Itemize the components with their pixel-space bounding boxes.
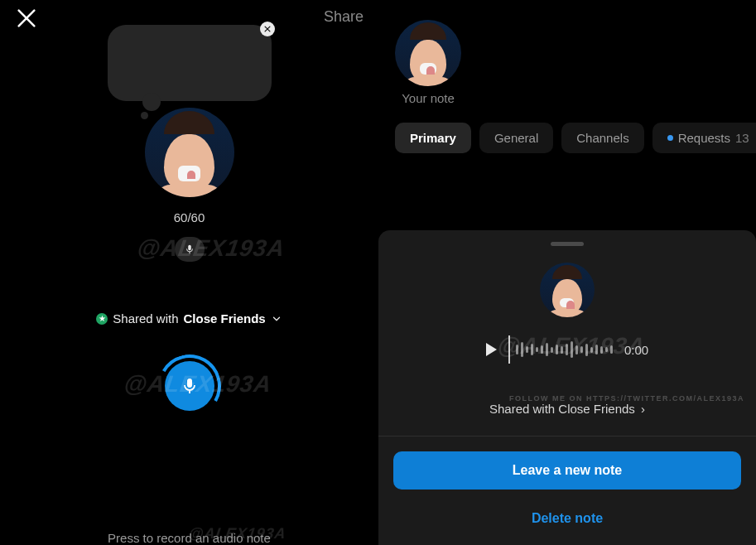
clear-note-icon[interactable]	[260, 22, 275, 36]
note-detail-sheet: @ALEX193A 0:00 FOLLOW ME ON HTTPS://TWIT…	[378, 230, 756, 545]
tab-channels[interactable]: Channels	[561, 123, 643, 153]
sheet-grabber[interactable]	[551, 242, 584, 246]
shared-audience: Close Friends	[184, 311, 266, 326]
inbox-tabs: Primary General Channels Requests 13	[395, 123, 756, 153]
close-icon[interactable]	[15, 7, 38, 30]
avatar	[540, 263, 595, 317]
tab-requests[interactable]: Requests 13	[652, 123, 756, 153]
tab-count: 13	[735, 131, 749, 145]
play-icon[interactable]	[486, 343, 497, 356]
compose-note-screen: Share 60/60	[0, 0, 378, 545]
tab-label: General	[494, 131, 538, 145]
tab-primary[interactable]: Primary	[395, 123, 471, 153]
unread-dot-icon	[667, 135, 673, 141]
svg-rect-4	[188, 245, 191, 250]
avatar	[145, 108, 234, 197]
shared-with-row[interactable]: Shared with Close Friends ›	[393, 402, 741, 416]
mic-chip-icon	[175, 237, 205, 262]
svg-rect-6	[187, 379, 192, 388]
playback-time: 0:00	[624, 343, 648, 357]
delete-note-button[interactable]: Delete note	[393, 499, 741, 538]
chevron-right-icon: ›	[641, 402, 645, 416]
note-bubble-area	[108, 25, 272, 101]
divider	[378, 436, 756, 436]
close-friends-icon: ★	[96, 313, 108, 325]
tab-general[interactable]: General	[479, 123, 553, 153]
your-note-label: Your note	[395, 91, 461, 105]
chevron-down-icon	[271, 313, 282, 325]
audience-selector[interactable]: ★ Shared with Close Friends	[0, 311, 378, 326]
audio-player: 0:00	[393, 335, 741, 364]
notes-view-screen: Your note Primary General Channels Reque…	[378, 0, 756, 545]
avatar	[395, 20, 461, 86]
leave-new-note-button[interactable]: Leave a new note	[393, 451, 741, 490]
tab-label: Primary	[410, 131, 456, 145]
note-bubble[interactable]	[108, 25, 272, 101]
shared-prefix: Shared with	[113, 311, 178, 326]
shared-with-text: Shared with Close Friends	[489, 402, 635, 416]
waveform[interactable]	[508, 335, 613, 364]
tab-label: Channels	[576, 131, 628, 145]
record-button[interactable]	[165, 361, 214, 411]
your-note-entry[interactable]: Your note	[395, 20, 461, 105]
character-counter: 60/60	[0, 210, 378, 224]
share-button[interactable]: Share	[324, 8, 364, 26]
watermark: @ALEX193A	[136, 235, 287, 262]
record-hint-text: Press to record an audio note	[0, 531, 378, 545]
tab-label: Requests	[678, 131, 730, 145]
